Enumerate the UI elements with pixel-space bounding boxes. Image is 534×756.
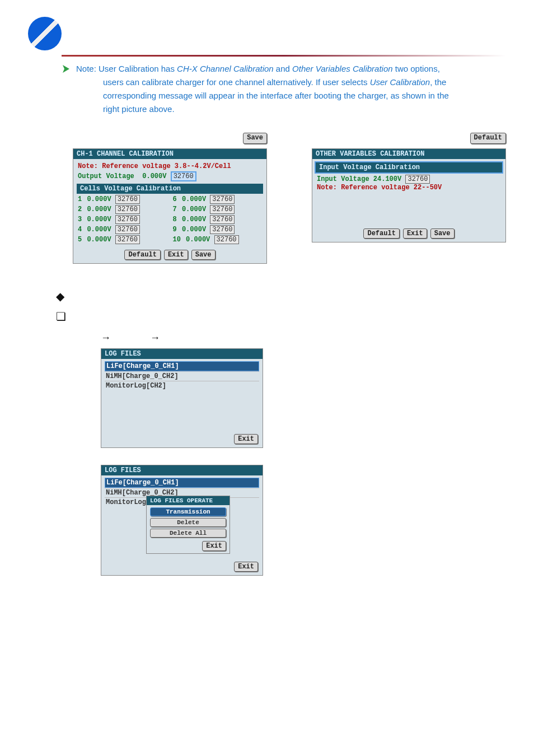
- cell-code[interactable]: 32760: [210, 225, 235, 234]
- note-text: User Calibration has: [99, 64, 177, 73]
- exit-button[interactable]: Exit: [403, 228, 427, 239]
- note-text: , the: [430, 77, 446, 87]
- cell-code[interactable]: 32760: [115, 195, 140, 204]
- cell-index: 5: [78, 236, 82, 244]
- cell-row: 3 0.000V 32760: [78, 215, 167, 224]
- log-file-item[interactable]: NiMH[Charge_0_CH2]: [105, 371, 259, 381]
- cell-voltage: 0.000V: [87, 226, 111, 234]
- note-text: users can calibrate charger for one chan…: [103, 77, 370, 87]
- cell-row: 9 0.000V 32760: [173, 225, 263, 234]
- save-button[interactable]: Save: [430, 228, 455, 239]
- cell-index: 8: [173, 216, 177, 223]
- cells-label: Cells Voltage Calibration: [77, 184, 263, 194]
- diamond-bullet-icon: ◆: [56, 286, 506, 306]
- cell-voltage: 0.000V: [87, 236, 111, 244]
- cell-index: 4: [78, 226, 82, 234]
- output-voltage-code[interactable]: 32760: [171, 171, 196, 181]
- cell-voltage: 0.000V: [87, 206, 111, 213]
- cell-voltage: 0.000V: [182, 206, 206, 213]
- log-files-panel-popup: LOG FILES LiFe[Charge_0_CH1]NiMH[Charge_…: [101, 465, 263, 576]
- cell-code[interactable]: 32760: [210, 205, 235, 214]
- cell-code[interactable]: 32760: [210, 215, 235, 224]
- cell-code[interactable]: 32760: [115, 235, 140, 244]
- save-button[interactable]: Save: [243, 133, 267, 144]
- note-link-other: Other Variables Calibration: [292, 64, 393, 73]
- cell-row: 2 0.000V 32760: [78, 205, 167, 214]
- input-voltage-code[interactable]: 32760: [405, 175, 430, 184]
- cell-index: 9: [173, 226, 177, 234]
- log-files-title: LOG FILES: [101, 349, 263, 359]
- output-voltage-value: 0.000V: [142, 172, 166, 180]
- log-files-operate-popup: LOG FILES OPERATE TransmissionDeleteDele…: [146, 496, 230, 554]
- cell-row: 10 0.000V 32760: [173, 235, 263, 244]
- cell-code[interactable]: 32760: [115, 215, 140, 224]
- cell-row: 1 0.000V 32760: [78, 195, 167, 204]
- cell-index: 7: [173, 206, 177, 213]
- popup-menu-item[interactable]: Delete All: [150, 529, 226, 538]
- note-link-chx: CH-X Channel Calibration: [177, 64, 274, 73]
- cell-code[interactable]: 32760: [115, 225, 140, 234]
- pointer-icon: [62, 63, 73, 74]
- ch1-title: CH-1 CHANNEL CALIBRATION: [73, 149, 266, 159]
- input-voltage-section[interactable]: Input Voltage Calibration: [315, 161, 503, 174]
- popup-title: LOG FILES OPERATE: [147, 496, 229, 505]
- other-note: Note: Reference voltage 22--50V: [317, 184, 501, 192]
- cell-index: 2: [78, 206, 82, 213]
- square-bullet-icon: ❏: [56, 306, 506, 326]
- default-button[interactable]: Default: [363, 228, 399, 239]
- other-title: OTHER VARIABLES CALIBRATION: [312, 149, 505, 159]
- cell-voltage: 0.000V: [87, 216, 111, 223]
- cell-index: 10: [173, 236, 181, 244]
- exit-button[interactable]: Exit: [234, 434, 258, 444]
- popup-menu-item[interactable]: Transmission: [150, 507, 226, 516]
- note-prefix: Note:: [76, 64, 96, 73]
- brand-logo: [28, 17, 62, 50]
- input-voltage-row: Input Voltage 24.100V: [317, 175, 401, 183]
- cell-row: 4 0.000V 32760: [78, 225, 167, 234]
- log-file-item[interactable]: MonitorLog[CH2]: [105, 381, 259, 390]
- log-file-item[interactable]: LiFe[Charge_0_CH1]: [105, 361, 259, 371]
- cell-index: 3: [78, 216, 82, 223]
- ch1-note: Note: Reference voltage 3.8--4.2V/Cell: [78, 162, 262, 170]
- exit-button[interactable]: Exit: [164, 250, 188, 260]
- arrow-line: → →: [101, 332, 506, 344]
- default-button[interactable]: Default: [470, 133, 506, 144]
- note-block: Note: User Calibration has CH-X Channel …: [62, 62, 506, 116]
- note-text: and: [274, 64, 292, 73]
- cell-row: 5 0.000V 32760: [78, 235, 167, 244]
- save-button[interactable]: Save: [191, 250, 216, 260]
- cell-row: 6 0.000V 32760: [173, 195, 263, 204]
- note-text: right picture above.: [103, 102, 506, 116]
- cell-code[interactable]: 32760: [214, 235, 239, 244]
- note-link-usercal: User Calibration: [370, 77, 430, 87]
- cell-code[interactable]: 32760: [115, 205, 140, 214]
- cell-index: 1: [78, 195, 82, 203]
- cell-row: 7 0.000V 32760: [173, 205, 263, 214]
- arrow-right-icon: →: [150, 332, 160, 343]
- log-files-title: LOG FILES: [101, 465, 263, 475]
- note-text: two options,: [393, 64, 440, 73]
- exit-button[interactable]: Exit: [234, 562, 258, 572]
- output-voltage-label: Output Voltage: [78, 172, 134, 180]
- cell-index: 6: [173, 195, 177, 203]
- cell-voltage: 0.000V: [182, 226, 206, 234]
- cell-voltage: 0.000V: [182, 195, 206, 203]
- cell-voltage: 0.000V: [182, 216, 206, 223]
- log-file-item[interactable]: LiFe[Charge_0_CH1]: [105, 478, 259, 488]
- svg-marker-0: [63, 65, 69, 73]
- cell-row: 8 0.000V 32760: [173, 215, 263, 224]
- note-text: corresponding message will appear in the…: [103, 89, 506, 102]
- cell-voltage: 0.000V: [186, 236, 210, 244]
- default-button[interactable]: Default: [124, 250, 160, 260]
- ch1-panel: CH-1 CHANNEL CALIBRATION Note: Reference…: [73, 148, 267, 264]
- cell-voltage: 0.000V: [87, 195, 111, 203]
- header-rule: [62, 55, 506, 57]
- log-files-panel: LOG FILES LiFe[Charge_0_CH1]NiMH[Charge_…: [101, 348, 263, 448]
- popup-exit-button[interactable]: Exit: [202, 541, 226, 551]
- popup-menu-item[interactable]: Delete: [150, 518, 226, 527]
- bullet-list: ◆ ❏: [56, 286, 506, 326]
- arrow-right-icon: →: [101, 332, 111, 343]
- cell-code[interactable]: 32760: [210, 195, 235, 204]
- other-panel: OTHER VARIABLES CALIBRATION Input Voltag…: [312, 148, 506, 242]
